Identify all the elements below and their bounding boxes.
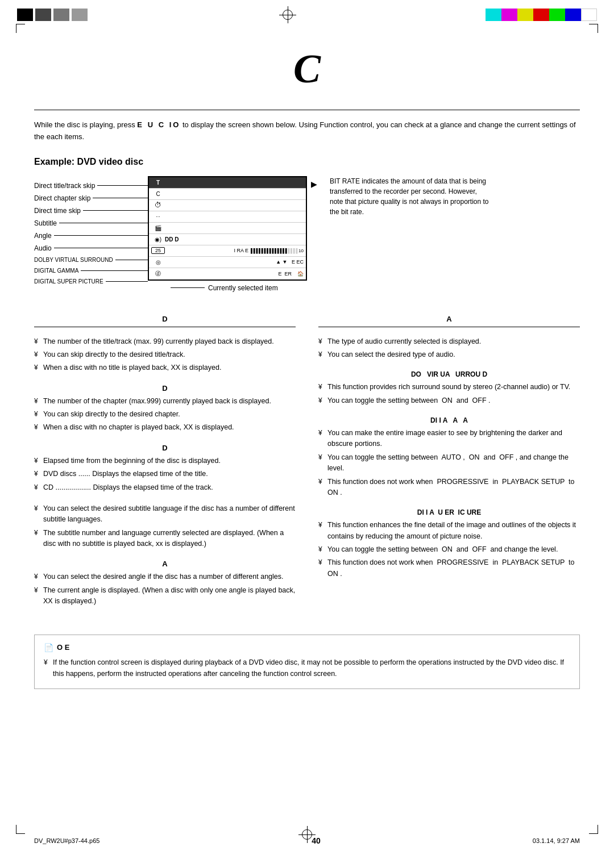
section-title-track-list: The number of the title/track (max. 99) … (34, 336, 296, 374)
screen-icon-title: T (151, 180, 165, 186)
section-dolby-title: DO VIR UA URROU D (411, 370, 487, 378)
bit-rate-note: BIT RATE indicates the amount of data th… (330, 176, 489, 217)
section-audio-divider (318, 327, 580, 327)
section-time: D Elapsed time from the beginning of the… (34, 444, 296, 493)
reg-block-2 (35, 9, 51, 21)
crosshair-circle (283, 10, 293, 20)
section-digital-gamma-heading: DI I A A A (318, 416, 580, 424)
label-chapter-skip-line (93, 198, 148, 198)
section-title-track-title: D (162, 315, 167, 323)
screen-icon-time: ⏱ (151, 201, 165, 209)
footer-right: 03.1.14, 9:27 AM (533, 837, 580, 844)
reg-marks-left (17, 9, 90, 21)
screen-row-title: T (149, 177, 306, 189)
currently-selected-label: Currently selected item (171, 284, 278, 292)
label-title-skip-line (97, 185, 148, 186)
right-column: A The type of audio currently selected i… (318, 315, 580, 617)
section-digital-super: DI I A U ER IC URE This function enhance… (318, 508, 580, 579)
label-subtitle: Subtitle (34, 219, 148, 227)
section-dolby-heading: DO VIR UA URROU D (318, 370, 580, 378)
label-chapter-skip-text: Direct chapter skip (34, 194, 90, 202)
dvd-diagram: Direct title/track skip Direct chapter s… (34, 176, 580, 292)
bullet-title-2: You can skip directly to the desired tit… (34, 349, 296, 360)
section-chapter-heading: D (34, 384, 296, 393)
bullet-title-1: The number of the title/track (max. 99) … (34, 336, 296, 347)
section-audio-heading: A (318, 315, 580, 323)
screen-row-time: ⏱ (149, 200, 306, 211)
section-dolby-list: This function provides rich surround sou… (318, 382, 580, 406)
bullet-time-3: CD .................. Displays the elaps… (34, 482, 296, 493)
label-time-skip-line (83, 210, 148, 211)
bullet-audio-1: The type of audio currently selected is … (318, 336, 580, 347)
bottom-crosshair-inner (298, 826, 316, 843)
corner-mark-tl (16, 24, 25, 33)
screen-bitrate-num: 10 (298, 248, 304, 253)
left-column: D The number of the title/track (max. 99… (34, 315, 296, 617)
screen-row-digital-super: ⓓ E ER 🏠 (149, 268, 306, 279)
section-digital-super-heading: DI I A U ER IC URE (318, 508, 580, 516)
label-audio: Audio (34, 244, 148, 252)
label-digital-gamma-line (81, 270, 148, 271)
section-dolby: DO VIR UA URROU D This function provides… (318, 370, 580, 406)
section-time-list: Elapsed time from the beginning of the d… (34, 456, 296, 493)
label-angle: Angle (34, 232, 148, 240)
section-title-track: D The number of the title/track (max. 99… (34, 315, 296, 374)
bottom-crosshair (298, 826, 316, 843)
section-chapter-title: D (162, 384, 167, 393)
screen-icon-angle: 🎬 (151, 225, 165, 231)
section-chapter: D The number of the chapter (max.999) cu… (34, 384, 296, 433)
screen-icon-subtitle: ··· (151, 214, 165, 219)
screen-action-row: E ER 🏠 (278, 271, 304, 277)
screen-row-audio: ◉) DD D (149, 234, 306, 245)
label-digital-gamma-text: DIGITAL GAMMA (34, 268, 78, 274)
section-audio-list: The type of audio currently selected is … (318, 336, 580, 361)
page-number: 40 (99, 836, 532, 845)
section-heading: Example: DVD video disc (34, 157, 580, 167)
diagram-right: BIT RATE indicates the amount of data th… (330, 176, 580, 292)
intro-text-1: While the disc is playing, press (34, 120, 137, 129)
bullet-subtitle-1: You can select the desired subtitle lang… (34, 503, 296, 525)
section-time-heading: D (34, 444, 296, 452)
label-audio-text: Audio (34, 244, 52, 252)
chapter-letter: C (34, 45, 580, 93)
section-audio-title: A (446, 315, 451, 323)
color-bar-magenta (501, 9, 517, 21)
screen-row-subtitle: ··· (149, 211, 306, 223)
label-dolby-text: DOLBY VIRTUAL SURROUND (34, 257, 113, 263)
note-bullet-1: If the function control screen is displa… (44, 657, 570, 679)
bullet-time-2: DVD discs ...... Displays the elapsed ti… (34, 469, 296, 479)
color-bar-green (549, 9, 565, 21)
bullet-chapter-2: You can skip directly to the desired cha… (34, 409, 296, 420)
section-digital-super-title: DI I A U ER IC URE (417, 508, 481, 516)
section-subtitle: You can select the desired subtitle lang… (34, 503, 296, 550)
note-box: 📄 O E If the function control screen is … (34, 635, 580, 689)
bullet-ds-1: This function enhances the fine detail o… (318, 520, 580, 542)
bullet-dg-3: This function does not work when PROGRES… (318, 477, 580, 499)
label-dolby: DOLBY VIRTUAL SURROUND (34, 257, 148, 263)
label-title-skip: Direct title/track skip (34, 182, 148, 190)
label-chapter-skip: Direct chapter skip (34, 194, 148, 202)
intro-paragraph: While the disc is playing, press E U C I… (34, 119, 580, 143)
bullet-audio-2: You can select the desired type of audio… (318, 349, 580, 360)
screen-row-angle: 🎬 (149, 223, 306, 234)
reg-block-3 (53, 9, 69, 21)
label-angle-line (54, 235, 148, 236)
reg-block-1 (17, 9, 33, 21)
bullet-title-3: When a disc with no title is played back… (34, 362, 296, 373)
color-bar-white (581, 9, 597, 21)
section-subtitle-list: You can select the desired subtitle lang… (34, 503, 296, 550)
screen-icon-digital-super: ⓓ (151, 270, 165, 278)
top-bar (0, 0, 614, 23)
section-audio: A The type of audio currently selected i… (318, 315, 580, 361)
screen-nav-row: ▲ ▼ E EC (276, 259, 304, 265)
color-bar-cyan (486, 9, 501, 21)
screen-row-dolby: 25 I RA E ▌▌▌▌▌▌▌▌▌▌▌▌▌▌▌▌▌▌ 10 (149, 245, 306, 257)
label-digital-super-line (106, 281, 148, 282)
color-bar-blue (565, 9, 581, 21)
color-bar-red (533, 9, 549, 21)
section-title-divider (34, 327, 296, 327)
screen-arrow-icon: ▶ (311, 180, 317, 189)
section-digital-gamma-title: DI I A A A (430, 416, 468, 424)
bullet-ds-3: This function does not work when PROGRES… (318, 557, 580, 579)
screen-icon-digital-gamma: ◎ (151, 259, 165, 265)
